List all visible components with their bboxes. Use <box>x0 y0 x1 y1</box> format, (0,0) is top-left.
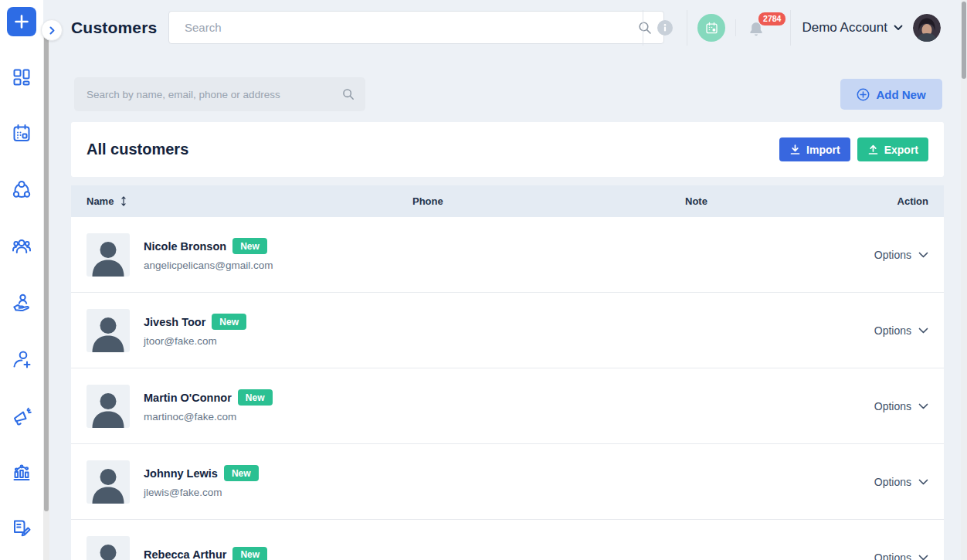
customers-toolbar: Add New <box>49 77 961 111</box>
options-label: Options <box>874 552 911 560</box>
global-search-input[interactable] <box>168 11 664 44</box>
chevron-right-icon <box>48 26 56 35</box>
list-actions: Import Export <box>779 137 928 161</box>
column-header-action: Action <box>870 195 928 207</box>
customer-avatar <box>87 233 130 277</box>
status-badge: New <box>224 465 259 481</box>
sidebar-item-notes[interactable] <box>11 518 32 539</box>
customer-filter-search <box>74 77 365 111</box>
calendar-icon <box>11 123 32 144</box>
account-menu[interactable]: Demo Account <box>802 20 903 36</box>
chevron-down-icon <box>894 25 903 31</box>
sidebar-item-add-customer[interactable] <box>11 348 32 370</box>
user-avatar[interactable] <box>913 14 941 42</box>
export-label: Export <box>884 144 918 156</box>
table-row: Johnny LewisNew jlewis@fake.com Options <box>71 444 944 520</box>
download-icon <box>789 144 801 155</box>
status-badge: New <box>212 314 246 330</box>
account-label: Demo Account <box>802 20 887 36</box>
notebook-pencil-icon <box>11 518 32 539</box>
import-button[interactable]: Import <box>779 137 850 161</box>
options-button[interactable]: Options <box>874 249 928 261</box>
customer-avatar <box>87 536 130 560</box>
avatar-photo <box>913 14 941 42</box>
export-button[interactable]: Export <box>857 137 928 161</box>
divider <box>643 10 643 46</box>
page-scrollbar[interactable] <box>961 0 967 560</box>
search-icon <box>342 88 355 100</box>
list-header-card: All customers Import Export <box>71 122 944 177</box>
chevron-down-icon <box>918 328 928 334</box>
sidebar-item-dashboard[interactable] <box>11 66 32 88</box>
sidebar-item-connections[interactable] <box>11 179 32 201</box>
options-label: Options <box>874 324 911 337</box>
customer-avatar <box>87 460 130 504</box>
person-silhouette-icon <box>87 233 130 277</box>
booking-button[interactable] <box>697 14 725 42</box>
notification-badge: 2784 <box>758 12 785 25</box>
person-add-icon <box>11 348 32 370</box>
customer-name: Jivesh Toor <box>144 316 205 328</box>
options-label: Options <box>874 400 911 412</box>
customer-name: Rebecca Arthur <box>144 548 226 560</box>
divider <box>735 19 736 36</box>
customers-icon <box>11 236 32 257</box>
sort-icon <box>119 196 128 206</box>
plus-icon <box>13 13 30 30</box>
add-new-button[interactable]: Add New <box>840 79 942 110</box>
customer-avatar <box>87 309 130 352</box>
bar-chart-icon <box>11 461 32 483</box>
sidebar-scrollbar[interactable] <box>43 33 49 560</box>
list-title: All customers <box>87 141 188 158</box>
plus-circle-icon <box>857 88 870 101</box>
column-header-note: Note <box>685 195 870 207</box>
person-silhouette-icon <box>87 385 130 428</box>
topbar-actions: 2784 Demo Account <box>643 0 941 56</box>
sidebar-item-marketing[interactable] <box>11 405 32 426</box>
chevron-down-icon <box>918 479 928 485</box>
chevron-down-icon <box>918 555 928 560</box>
sidebar-scrollbar-thumb[interactable] <box>44 36 49 511</box>
global-search <box>168 11 664 44</box>
customer-name: Johnny Lewis <box>144 467 218 480</box>
app-logo[interactable] <box>7 7 36 36</box>
page-title: Customers <box>71 19 158 37</box>
hand-person-icon <box>11 292 32 314</box>
sidebar-item-calendar[interactable] <box>11 123 32 144</box>
sidebar-item-reports[interactable] <box>11 461 32 483</box>
sidebar-item-client-care[interactable] <box>11 292 32 314</box>
sidebar-collapse-button[interactable] <box>41 19 63 41</box>
person-silhouette-icon <box>87 460 130 504</box>
notifications-button[interactable]: 2784 <box>745 10 785 46</box>
options-button[interactable]: Options <box>874 476 928 488</box>
options-button[interactable]: Options <box>874 552 928 560</box>
booking-icon <box>704 21 719 36</box>
customer-email: angelicpelicans@gmail.com <box>144 260 273 271</box>
import-label: Import <box>806 144 840 156</box>
divider <box>790 10 791 46</box>
page-scrollbar-thumb[interactable] <box>962 2 966 79</box>
dashboard-icon <box>11 66 32 88</box>
status-badge: New <box>238 389 273 406</box>
connections-icon <box>11 179 32 201</box>
customers-table: Name Phone Note Action Nicole BronsonNew… <box>71 185 944 560</box>
options-label: Options <box>874 476 911 488</box>
table-row: Jivesh ToorNew jtoor@fake.com Options <box>71 293 944 368</box>
customer-filter-input[interactable] <box>74 77 365 111</box>
customer-email: martinoc@fake.com <box>144 411 273 423</box>
options-button[interactable]: Options <box>874 324 928 337</box>
column-header-name[interactable]: Name <box>87 195 412 207</box>
sidebar-nav <box>0 66 43 539</box>
chevron-down-icon <box>918 403 928 409</box>
customer-name: Martin O'Connor <box>144 392 232 404</box>
customer-email: jlewis@fake.com <box>144 487 259 498</box>
column-header-phone: Phone <box>412 195 685 207</box>
status-badge: New <box>232 547 267 560</box>
options-button[interactable]: Options <box>874 400 928 412</box>
sidebar-item-customers[interactable] <box>11 236 32 257</box>
chevron-down-icon <box>918 252 928 258</box>
customer-email: jtoor@fake.com <box>144 335 246 347</box>
info-button[interactable] <box>657 20 673 36</box>
info-icon <box>657 20 673 36</box>
main-content: Customers 2784 Demo Account <box>49 0 961 560</box>
